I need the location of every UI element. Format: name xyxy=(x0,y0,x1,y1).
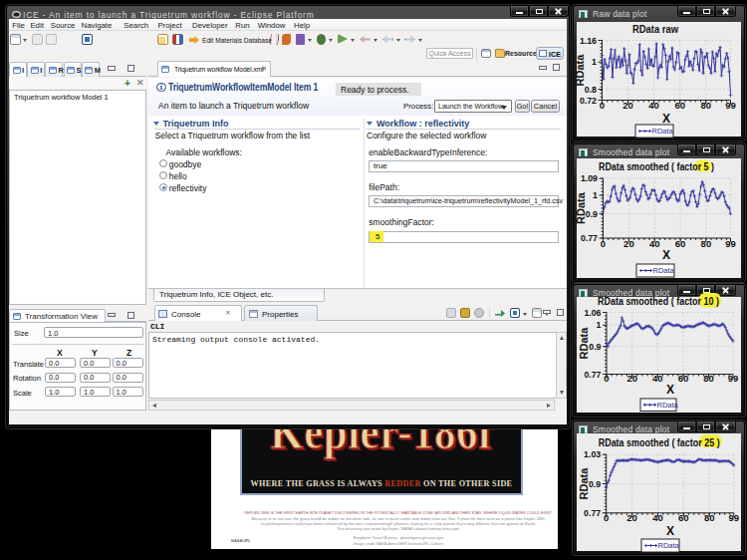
svg-text:1.09: 1.09 xyxy=(581,173,598,183)
svg-text:80: 80 xyxy=(704,512,715,523)
svg-text:99: 99 xyxy=(725,100,736,111)
svg-text:RData smoothed ( factor 10 ): RData smoothed ( factor 10 ) xyxy=(598,295,719,307)
svg-text:0.8: 0.8 xyxy=(585,85,597,95)
svg-text:X: X xyxy=(662,112,670,126)
svg-text:RData: RData xyxy=(653,266,675,275)
svg-text:X: X xyxy=(666,524,674,538)
svg-text:60: 60 xyxy=(678,373,689,384)
svg-text:20: 20 xyxy=(622,100,633,111)
svg-text:0: 0 xyxy=(600,100,605,111)
svg-text:RData: RData xyxy=(575,191,587,224)
svg-text:RData: RData xyxy=(578,327,590,360)
svg-text:RData smoothed ( factor 25 ): RData smoothed ( factor 25 ) xyxy=(599,436,720,448)
svg-text:40: 40 xyxy=(652,512,663,523)
svg-text:40: 40 xyxy=(649,238,660,249)
svg-text:1: 1 xyxy=(593,190,598,200)
svg-text:0: 0 xyxy=(604,373,609,384)
svg-text:80: 80 xyxy=(700,100,711,111)
svg-text:60: 60 xyxy=(675,238,686,249)
svg-text:60: 60 xyxy=(674,100,685,111)
svg-text:0: 0 xyxy=(601,238,606,249)
svg-text:1.06: 1.06 xyxy=(584,308,601,318)
svg-text:0.9: 0.9 xyxy=(589,479,601,489)
svg-text:40: 40 xyxy=(648,100,659,111)
svg-text:99: 99 xyxy=(729,512,740,523)
svg-text:RData: RData xyxy=(658,541,680,550)
svg-text:X: X xyxy=(662,248,670,262)
svg-text:1.16: 1.16 xyxy=(580,36,597,46)
svg-text:RData: RData xyxy=(657,401,679,410)
svg-text:RData smoothed ( factor 5 ): RData smoothed ( factor 5 ) xyxy=(599,160,714,172)
svg-text:1.03: 1.03 xyxy=(584,449,601,459)
svg-text:40: 40 xyxy=(652,373,663,384)
svg-text:0.72: 0.72 xyxy=(580,96,597,106)
svg-text:1: 1 xyxy=(592,57,597,67)
svg-text:X: X xyxy=(666,383,674,397)
svg-text:0.77: 0.77 xyxy=(584,508,601,518)
svg-text:20: 20 xyxy=(623,238,634,249)
svg-text:0.9: 0.9 xyxy=(589,342,601,352)
svg-text:RData: RData xyxy=(652,127,674,136)
svg-text:0.9: 0.9 xyxy=(586,209,598,219)
svg-text:RData: RData xyxy=(578,467,590,500)
svg-text:99: 99 xyxy=(725,238,736,249)
svg-text:99: 99 xyxy=(728,373,739,384)
svg-text:RData: RData xyxy=(574,54,586,87)
svg-text:0: 0 xyxy=(604,512,609,523)
svg-text:20: 20 xyxy=(626,373,637,384)
svg-text:60: 60 xyxy=(678,512,689,523)
svg-text:1: 1 xyxy=(597,320,602,330)
svg-text:80: 80 xyxy=(701,238,712,249)
svg-text:80: 80 xyxy=(703,373,714,384)
svg-text:0.77: 0.77 xyxy=(584,370,601,380)
svg-text:0.77: 0.77 xyxy=(581,233,598,243)
svg-text:20: 20 xyxy=(626,512,637,523)
svg-text:RData raw: RData raw xyxy=(632,23,678,35)
